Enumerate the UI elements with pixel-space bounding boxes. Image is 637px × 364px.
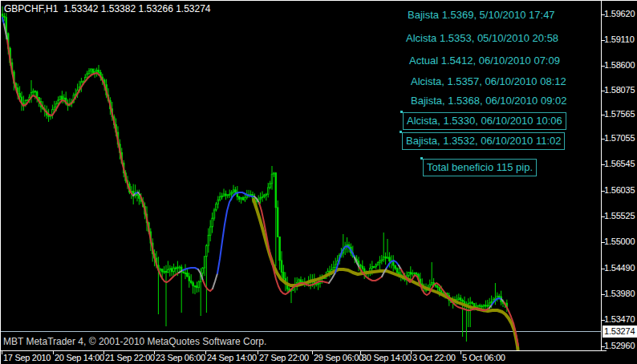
ohlc-values: 1.53342 1.53382 1.53266 1.53274 [63, 3, 211, 14]
x-axis-label: 20 Sep 14:00 [55, 353, 104, 362]
y-axis-label: 1.57055 [604, 133, 635, 143]
x-axis-label: 3 Oct 22:00 [412, 353, 456, 362]
signal-annotation[interactable]: Actual 1.5412, 06/10/2010 07:09 [409, 55, 560, 67]
y-axis-label: 1.54490 [604, 263, 635, 273]
current-price-tag: 1.53274 [603, 326, 637, 338]
x-axis-label: 27 Sep 22:00 [259, 353, 309, 362]
y-axis-label: 1.55525 [604, 211, 635, 220]
copyright-text: MBT MetaTrader 4, © 2001-2010 MetaQuotes… [3, 336, 266, 347]
y-axis-label: 1.56545 [604, 159, 635, 168]
y-axis-label: 1.53470 [604, 314, 635, 324]
x-axis-label: 30 Sep 14:00 [362, 353, 412, 362]
mt4-chart-window: GBPCHF,H1 1.53342 1.53382 1.53266 1.5327… [0, 0, 637, 364]
signal-annotation-boxed[interactable]: Bajista, 1.3532, 06/10/2010 11:02 [402, 132, 565, 150]
x-axis-label: 17 Sep 2010 [3, 353, 51, 362]
total-profit-label[interactable]: Total beneficio 115 pip. [423, 159, 537, 176]
y-axis-label: 1.52960 [604, 341, 635, 350]
y-axis-label: 1.53980 [604, 289, 635, 298]
signal-annotation[interactable]: Bajista, 1.5368, 06/10/2010 09:02 [411, 95, 566, 107]
x-axis-label: 21 Sep 22:00 [105, 353, 155, 362]
y-axis-label: 1.55000 [604, 237, 635, 246]
y-axis-label: 1.56035 [604, 185, 635, 195]
signal-annotation-boxed[interactable]: Alcista, 1.5330, 06/10/2010 10:06 [403, 112, 566, 130]
y-axis-label: 1.59110 [604, 34, 635, 44]
symbol-period-label: GBPCHF,H1 [4, 3, 58, 14]
x-axis-label: 29 Sep 06:00 [314, 353, 363, 362]
y-axis-label: 1.59620 [604, 9, 635, 18]
chart-title: GBPCHF,H1 1.53342 1.53382 1.53266 1.5327… [4, 3, 211, 14]
y-axis-label: 1.57565 [604, 109, 635, 119]
x-axis-label: 23 Sep 06:00 [156, 353, 205, 362]
signal-annotation[interactable]: Alcista, 1.5357, 06/10/2010 08:12 [411, 75, 566, 87]
y-axis-label: 1.58600 [604, 60, 635, 70]
x-axis-label: 24 Sep 14:00 [207, 353, 257, 362]
signal-annotation[interactable]: Alcista 1.5353, 05/10/2010 20:58 [406, 32, 558, 44]
signal-annotation[interactable]: Bajista 1.5369, 5/10/2010 17:47 [408, 9, 555, 21]
y-axis-label: 1.58075 [604, 85, 635, 95]
x-axis-label: 5 Oct 06:00 [462, 353, 505, 362]
